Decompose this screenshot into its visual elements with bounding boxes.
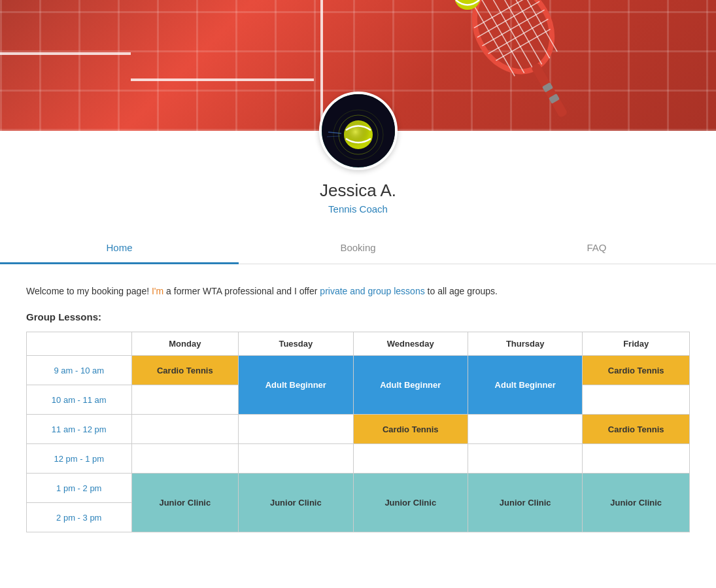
nav-tabs: Home Booking FAQ [0, 233, 716, 264]
wednesday-empty [353, 444, 468, 474]
tab-faq[interactable]: FAQ [477, 233, 716, 264]
col-wednesday: Wednesday [353, 332, 468, 356]
table-row: 11 am - 12 pm Cardio Tennis Cardio Tenni… [27, 415, 690, 444]
time-cell: 9 am - 10 am [27, 356, 132, 385]
monday-cardio-tennis-1: Cardio Tennis [131, 356, 239, 385]
wednesday-junior-clinic: Junior Clinic [353, 474, 468, 532]
wednesday-cardio-tennis: Cardio Tennis [353, 415, 468, 444]
tuesday-empty [239, 415, 353, 444]
thursday-adult-beginner: Adult Beginner [468, 356, 582, 415]
table-row: 1 pm - 2 pm Junior Clinic Junior Clinic … [27, 474, 690, 503]
time-cell: 12 pm - 1 pm [27, 444, 132, 474]
welcome-paragraph: Welcome to my booking page! I'm a former… [26, 284, 690, 298]
col-time [27, 332, 132, 356]
friday-empty [583, 385, 690, 415]
monday-empty [131, 444, 239, 474]
friday-junior-clinic: Junior Clinic [583, 474, 690, 532]
friday-empty [583, 444, 690, 474]
thursday-junior-clinic: Junior Clinic [468, 474, 582, 532]
profile-section: Jessica A. Tennis Coach Home Booking FAQ [0, 131, 716, 264]
tuesday-adult-beginner: Adult Beginner [239, 356, 353, 415]
monday-junior-clinic: Junior Clinic [131, 474, 239, 532]
time-cell: 11 am - 12 pm [27, 415, 132, 444]
thursday-empty [468, 415, 582, 444]
col-tuesday: Tuesday [239, 332, 353, 356]
racket-icon [389, 0, 585, 131]
svg-point-18 [344, 120, 373, 149]
friday-cardio-tennis-2: Cardio Tennis [583, 415, 690, 444]
time-cell: 2 pm - 3 pm [27, 503, 132, 532]
tuesday-empty [239, 444, 353, 474]
group-lessons-heading: Group Lessons: [26, 311, 690, 322]
table-row: 9 am - 10 am Cardio Tennis Adult Beginne… [27, 356, 690, 385]
tab-booking[interactable]: Booking [239, 233, 477, 264]
monday-empty [131, 415, 239, 444]
friday-cardio-tennis-1: Cardio Tennis [583, 356, 690, 385]
main-content: Welcome to my booking page! I'm a former… [0, 264, 716, 552]
time-cell: 10 am - 11 am [27, 385, 132, 415]
monday-empty [131, 385, 239, 415]
table-row: 12 pm - 1 pm [27, 444, 690, 474]
table-header-row: Monday Tuesday Wednesday Thursday Friday [27, 332, 690, 356]
thursday-empty [468, 444, 582, 474]
profile-name: Jessica A. [320, 181, 396, 201]
tab-home[interactable]: Home [0, 233, 239, 264]
profile-role: Tennis Coach [320, 203, 396, 215]
avatar [319, 92, 398, 170]
time-cell: 1 pm - 2 pm [27, 474, 132, 503]
tuesday-junior-clinic: Junior Clinic [239, 474, 353, 532]
wednesday-adult-beginner: Adult Beginner [353, 356, 468, 415]
col-monday: Monday [131, 332, 239, 356]
avatar-image [322, 94, 395, 167]
col-friday: Friday [583, 332, 690, 356]
schedule-table: Monday Tuesday Wednesday Thursday Friday… [26, 332, 690, 532]
name-title-block: Jessica A. Tennis Coach [320, 181, 396, 215]
col-thursday: Thursday [468, 332, 582, 356]
